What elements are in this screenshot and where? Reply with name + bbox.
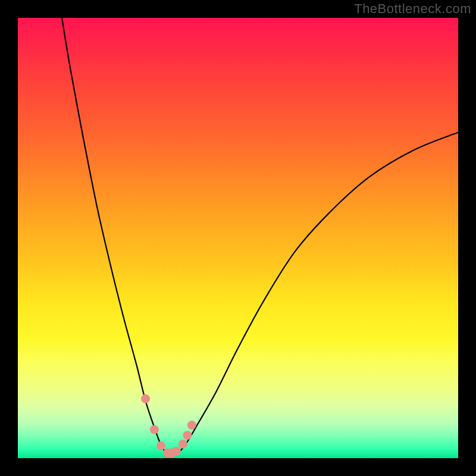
chart-frame: TheBottleneck.com	[0, 0, 476, 476]
curve-layer	[18, 18, 458, 458]
dip-marker	[183, 431, 192, 440]
dip-marker	[156, 441, 165, 450]
dip-marker	[150, 425, 159, 434]
dip-marker	[187, 421, 196, 430]
dip-marker	[141, 394, 150, 403]
watermark-text: TheBottleneck.com	[354, 1, 471, 17]
dip-marker	[172, 447, 181, 456]
bottleneck-curve	[62, 18, 458, 455]
dip-marker-group	[141, 394, 196, 458]
dip-marker	[178, 440, 187, 449]
